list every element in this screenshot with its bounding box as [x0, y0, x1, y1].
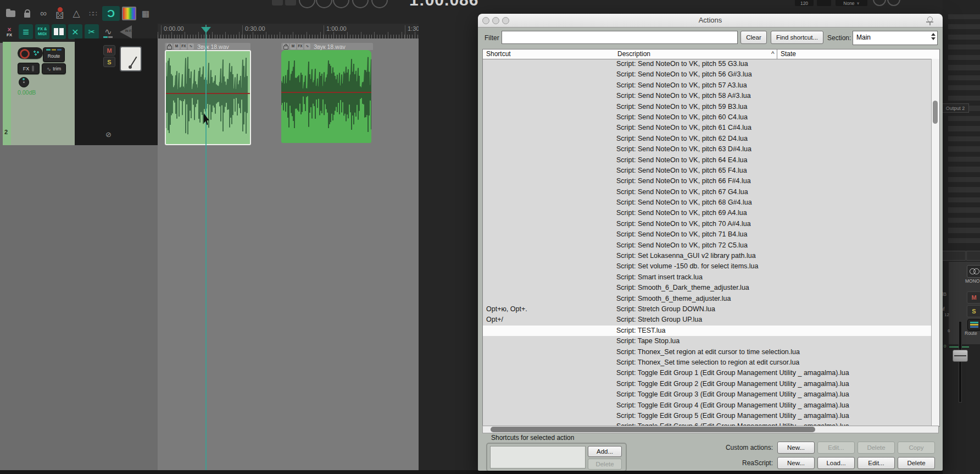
custom-action-copy-button[interactable]: Copy	[898, 442, 935, 454]
track-fx-button[interactable]: FX	[18, 63, 40, 74]
item-envelope-icon[interactable]: ∿	[304, 43, 310, 49]
action-row[interactable]: Script: Toggle Edit Group 4 (Edit Group …	[483, 400, 932, 411]
action-row[interactable]: Script: Send NoteOn to VK, pitch 72 C5.l…	[483, 240, 932, 251]
action-row[interactable]: Script: Toggle Edit Group 3 (Edit Group …	[483, 389, 932, 400]
lock-icon[interactable]	[20, 6, 34, 21]
item-waveform-area[interactable]	[165, 50, 251, 145]
transport-knob[interactable]	[887, 0, 900, 6]
custom-action-edit-button[interactable]: Edit...	[817, 442, 855, 454]
media-item-header[interactable]: M FX ∿ Звук 18.wav	[165, 43, 250, 50]
action-row[interactable]: Opt+ю, Opt+.Script: Stretch Group DOWN.l…	[483, 304, 932, 315]
horizontal-scrollbar[interactable]	[482, 426, 939, 433]
action-row[interactable]: Script: Send NoteOn to VK, pitch 62 D4.l…	[483, 134, 932, 144]
envelope-icon[interactable]: ∿	[101, 24, 115, 39]
link-icon[interactable]: ∞	[36, 6, 51, 21]
pin-window-icon[interactable]	[926, 16, 934, 25]
vertical-scrollbar[interactable]	[931, 59, 939, 426]
track-color-strip[interactable]: 2	[3, 42, 11, 145]
action-row[interactable]: Script: Thonex_Set region at edit cursor…	[483, 347, 932, 357]
list-header[interactable]: Shortcut Description ^ State	[483, 49, 939, 59]
transport-stop-button[interactable]	[333, 0, 349, 8]
action-row[interactable]: Script: Send NoteOn to VK, pitch 55 G3.l…	[483, 59, 932, 69]
action-row[interactable]: Script: Send NoteOn to VK, pitch 65 F4.l…	[483, 166, 932, 176]
fx-slot-list[interactable]	[948, 14, 980, 247]
action-row[interactable]: Script: Send NoteOn to VK, pitch 69 A4.l…	[483, 208, 932, 218]
action-row[interactable]: Script: Send NoteOn to VK, pitch 67 G4.l…	[483, 187, 932, 197]
action-row[interactable]: Script: Send NoteOn to VK, pitch 60 C4.l…	[483, 112, 932, 123]
item-waveform-area[interactable]	[281, 50, 371, 143]
transport-rewind-button[interactable]	[299, 0, 315, 8]
action-row[interactable]: Script: Send NoteOn to VK, pitch 57 A3.l…	[483, 80, 932, 91]
crossfade-icon[interactable]: ×	[68, 24, 82, 39]
action-row[interactable]: Script: Send NoteOn to VK, pitch 71 B4.l…	[483, 229, 932, 240]
action-row[interactable]: Script: Thonex_Set time selection to reg…	[483, 357, 932, 368]
mixer-button[interactable]	[966, 251, 980, 261]
action-row[interactable]: Script: Send NoteOn to VK, pitch 59 B3.l…	[483, 102, 932, 112]
column-description[interactable]: Description	[614, 49, 771, 59]
column-shortcut[interactable]: Shortcut	[483, 49, 614, 59]
item-fx-button[interactable]: FX	[181, 43, 187, 49]
action-row[interactable]: Script: Send NoteOn to VK, pitch 63 D#4.…	[483, 144, 932, 155]
scrollbar-thumb[interactable]	[491, 427, 815, 432]
envelope-mode-dropdown[interactable]: None∨	[836, 0, 867, 6]
custom-action-new-button[interactable]: New...	[777, 442, 815, 454]
item-lock-icon[interactable]	[283, 43, 289, 49]
item-fx-button[interactable]: FX	[297, 43, 303, 49]
shortcuts-list[interactable]	[490, 446, 586, 469]
filter-input[interactable]	[502, 31, 738, 44]
action-row[interactable]: Script: Send NoteOn to VK, pitch 64 E4.l…	[483, 155, 932, 166]
transport-record-button[interactable]	[352, 0, 369, 8]
input-fx-arrow-icon[interactable]: IN FX	[118, 24, 134, 39]
transport-play-button[interactable]	[316, 0, 332, 8]
fx-midi-icon[interactable]: FX &MIDI	[35, 24, 49, 39]
find-shortcut-button[interactable]: Find shortcut...	[771, 31, 823, 44]
split-panes-icon[interactable]	[52, 24, 66, 39]
matrix-view-icon[interactable]: ▦	[138, 6, 153, 21]
tempo-display[interactable]: 120	[795, 0, 814, 6]
theme-color-icon[interactable]	[122, 6, 136, 21]
action-row[interactable]: Script: Set volume -150 db. for select i…	[483, 261, 932, 272]
transport-button[interactable]	[272, 0, 283, 5]
solo-button[interactable]: S	[103, 57, 115, 67]
action-row[interactable]: Script: Toggle Edit Group 2 (Edit Group …	[483, 379, 932, 389]
transport-button[interactable]	[285, 0, 296, 5]
delete-shortcut-button[interactable]: Delete	[588, 459, 622, 470]
split-items-scissors-icon[interactable]: ✂	[85, 24, 99, 39]
mono-button[interactable]	[967, 265, 980, 278]
clear-button[interactable]: Clear	[740, 31, 767, 44]
transport-knob[interactable]	[873, 0, 886, 6]
snap-magnet-icon[interactable]: Ɔ	[102, 6, 120, 21]
item-mute-button[interactable]: M	[290, 43, 296, 49]
action-row[interactable]: Script: Send NoteOn to VK, pitch 61 C#4.…	[483, 123, 932, 133]
metronome-icon[interactable]: △	[69, 6, 83, 21]
column-state[interactable]: State	[777, 49, 939, 59]
route-button[interactable]: Route	[43, 47, 65, 62]
action-row[interactable]: Script: Send NoteOn to VK, pitch 56 G#3.…	[483, 69, 932, 80]
grouping-icon[interactable]: ⚄	[53, 6, 67, 21]
action-row[interactable]: Script: Send NoteOn to VK, pitch 68 G#4.…	[483, 197, 932, 208]
custom-action-delete-button[interactable]: Delete	[858, 442, 895, 454]
action-row[interactable]: Script: Send NoteOn to VK, pitch 70 A#4.…	[483, 219, 932, 229]
reascript-load-button[interactable]: Load...	[817, 457, 855, 469]
track-volume-readout[interactable]: 0.00dB	[18, 89, 36, 96]
volume-fader-track[interactable]	[959, 321, 962, 403]
action-row[interactable]: Script: Smooth_6_theme_adjuster.lua	[483, 294, 932, 304]
transport-repeat-button[interactable]	[371, 0, 388, 8]
menu-list-icon[interactable]: ≡	[19, 24, 33, 39]
section-dropdown[interactable]: Main	[853, 31, 938, 45]
action-row[interactable]: Script: Toggle Edit Group 1 (Edit Group …	[483, 368, 932, 378]
reascript-delete-button[interactable]: Delete	[898, 457, 935, 469]
item-mute-button[interactable]: M	[174, 43, 180, 49]
item-envelope-icon[interactable]: ∿	[188, 43, 194, 49]
action-row[interactable]: Script: Smart insert track.lua	[483, 272, 932, 283]
reascript-edit-button[interactable]: Edit...	[858, 457, 895, 469]
open-project-icon[interactable]	[3, 6, 18, 21]
item-lock-icon[interactable]	[166, 43, 172, 49]
mixer-button[interactable]	[942, 251, 966, 261]
output-label[interactable]: Output 2	[942, 103, 969, 113]
action-row[interactable]: Script: Send NoteOn to VK, pitch 66 F#4.…	[483, 176, 932, 186]
dialog-titlebar[interactable]: Actions	[478, 14, 943, 27]
timeline-ruler[interactable]: 0:00.000:30.001:00.001:30.00	[158, 24, 419, 38]
transport-timecode[interactable]: 1:00.086	[409, 0, 478, 9]
pan-knob[interactable]	[19, 77, 29, 87]
